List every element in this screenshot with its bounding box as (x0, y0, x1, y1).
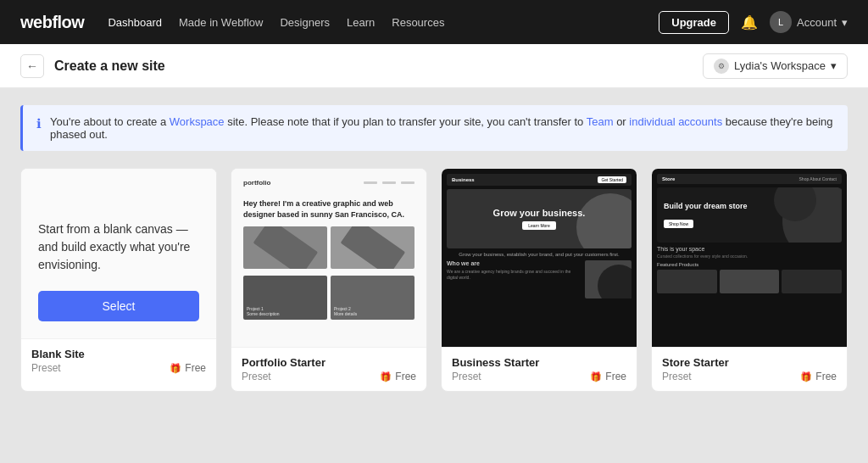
nav-dot-3 (401, 181, 415, 184)
info-banner: ℹ You're about to create a Workspace sit… (20, 105, 848, 151)
workspace-icon: ⚙ (714, 59, 729, 74)
upgrade-button[interactable]: Upgrade (659, 11, 729, 34)
template-card-business: Business Get Started Grow your business.… (441, 168, 637, 392)
individual-accounts-link[interactable]: individual accounts (629, 115, 722, 128)
nav-designers[interactable]: Designers (280, 16, 330, 29)
main-content: ℹ You're about to create a Workspace sit… (0, 88, 868, 409)
store-products-row (657, 270, 842, 293)
store-space-text: This is your space (657, 246, 842, 252)
nav-learn[interactable]: Learn (347, 16, 375, 29)
store-hero: Build your dream store Shop Now (657, 187, 842, 243)
store-nav-items: Shop About Contact (799, 176, 837, 181)
info-text: You're about to create a Workspace site.… (50, 115, 834, 141)
biz-who-desc: We are a creative agency helping brands … (447, 269, 578, 281)
blank-meta: Preset 🎁 Free (31, 362, 206, 374)
nav-links: Dashboard Made in Webflow Designers Lear… (108, 16, 635, 29)
select-blank-button[interactable]: Select (38, 291, 199, 321)
store-preview: Store Shop About Contact Build your drea… (652, 169, 847, 347)
workspace-selector[interactable]: ⚙ Lydia's Workspace ▾ (703, 53, 848, 79)
portfolio-img-2 (331, 226, 415, 269)
blank-price-label: Free (185, 362, 206, 374)
portfolio-bottom-row: Project 1Some description Project 2More … (238, 272, 420, 323)
biz-who-img (585, 260, 632, 298)
biz-hero: Grow your business. Learn More (447, 189, 632, 248)
template-card-blank: Start from a blank canvas — and build ex… (20, 168, 217, 392)
portfolio-images-row (238, 223, 420, 272)
gift-icon-portfolio: 🎁 (380, 371, 392, 382)
portfolio-img-1 (243, 226, 327, 269)
store-meta: Preset 🎁 Free (662, 371, 837, 382)
store-desc-text: Curated collections for every style and … (657, 254, 842, 259)
store-product-1 (657, 270, 717, 293)
business-preview: Business Get Started Grow your business.… (442, 169, 637, 347)
biz-who-section: Who we are We are a creative agency help… (447, 260, 632, 298)
blank-type: Preset (31, 362, 61, 374)
nav-actions: Upgrade 🔔 L Account ▾ (659, 11, 848, 34)
gift-icon-business: 🎁 (590, 371, 602, 382)
business-mockup: Business Get Started Grow your business.… (442, 169, 637, 347)
nav-resources[interactable]: Resources (392, 16, 444, 29)
templates-grid: Start from a blank canvas — and build ex… (20, 168, 848, 392)
bell-icon[interactable]: 🔔 (741, 14, 758, 31)
blank-footer: Blank Site Preset 🎁 Free (21, 338, 216, 382)
nav-dot-2 (382, 181, 396, 184)
info-icon: ℹ (36, 116, 42, 131)
business-price: 🎁 Free (590, 371, 626, 382)
workspace-name: Lydia's Workspace (734, 59, 826, 72)
portfolio-headline: Hey there! I'm a creative graphic and we… (238, 195, 420, 223)
store-header: Store Shop About Contact (657, 174, 842, 184)
portfolio-mockup: portfolio Hey there! I'm a creative grap… (231, 169, 426, 347)
business-footer: Business Starter Preset 🎁 Free (442, 347, 637, 391)
navbar: webflow Dashboard Made in Webflow Design… (0, 0, 868, 44)
page-title: Create a new site (54, 59, 165, 74)
portfolio-price: 🎁 Free (380, 371, 416, 382)
subheader: ← Create a new site ⚙ Lydia's Workspace … (0, 44, 868, 88)
logo[interactable]: webflow (20, 13, 84, 32)
back-button[interactable]: ← (20, 54, 44, 78)
nav-made-in-webflow[interactable]: Made in Webflow (179, 16, 263, 29)
account-label: Account (797, 16, 837, 29)
portfolio-caption-2: Project 2More details (334, 306, 411, 316)
store-footer: Store Starter Preset 🎁 Free (652, 347, 847, 391)
blank-description: Start from a blank canvas — and build ex… (38, 220, 199, 274)
gift-icon: 🎁 (170, 363, 181, 374)
portfolio-meta: Preset 🎁 Free (242, 371, 416, 382)
portfolio-logo: portfolio (243, 179, 270, 187)
portfolio-caption-1: Project 1Some description (247, 306, 324, 316)
biz-logo: Business (452, 177, 475, 182)
biz-cta: Get Started (598, 176, 626, 183)
store-hero-btn: Shop Now (664, 220, 693, 228)
nav-dashboard[interactable]: Dashboard (108, 16, 162, 29)
workspace-link[interactable]: Workspace (170, 115, 225, 128)
biz-header: Business Get Started (447, 174, 632, 186)
store-hero-content: Build your dream store Shop Now (664, 202, 748, 229)
portfolio-price-label: Free (395, 371, 416, 382)
store-product-2 (720, 270, 780, 293)
biz-sub-text: Grow your business, establish your brand… (447, 252, 632, 257)
account-menu[interactable]: L Account ▾ (770, 11, 848, 33)
team-link[interactable]: Team (587, 115, 614, 128)
subheader-left: ← Create a new site (20, 54, 165, 78)
store-type: Preset (662, 371, 692, 382)
avatar: L (770, 11, 792, 33)
store-mockup: Store Shop About Contact Build your drea… (652, 169, 847, 347)
store-featured-label: Featured Products (657, 262, 842, 267)
portfolio-nav (364, 181, 415, 184)
biz-who-label: Who we are (447, 260, 578, 266)
account-chevron: ▾ (842, 16, 848, 29)
blank-price: 🎁 Free (170, 362, 206, 374)
biz-hero-text: Grow your business. (493, 208, 586, 218)
blank-preview: Start from a blank canvas — and build ex… (21, 169, 216, 338)
gift-icon-store: 🎁 (800, 371, 812, 382)
portfolio-img-large-2: Project 2More details (331, 276, 415, 320)
portfolio-footer: Portfolio Starter Preset 🎁 Free (231, 347, 426, 391)
template-card-store: Store Shop About Contact Build your drea… (651, 168, 848, 392)
store-hero-text: Build your dream store (664, 202, 748, 210)
business-price-label: Free (605, 371, 626, 382)
portfolio-img-large-1: Project 1Some description (243, 276, 327, 320)
store-price: 🎁 Free (800, 371, 837, 382)
store-name: Store Starter (662, 356, 837, 369)
biz-hero-btn: Learn More (522, 221, 556, 230)
store-price-label: Free (815, 371, 837, 382)
nav-dot-1 (364, 181, 377, 184)
